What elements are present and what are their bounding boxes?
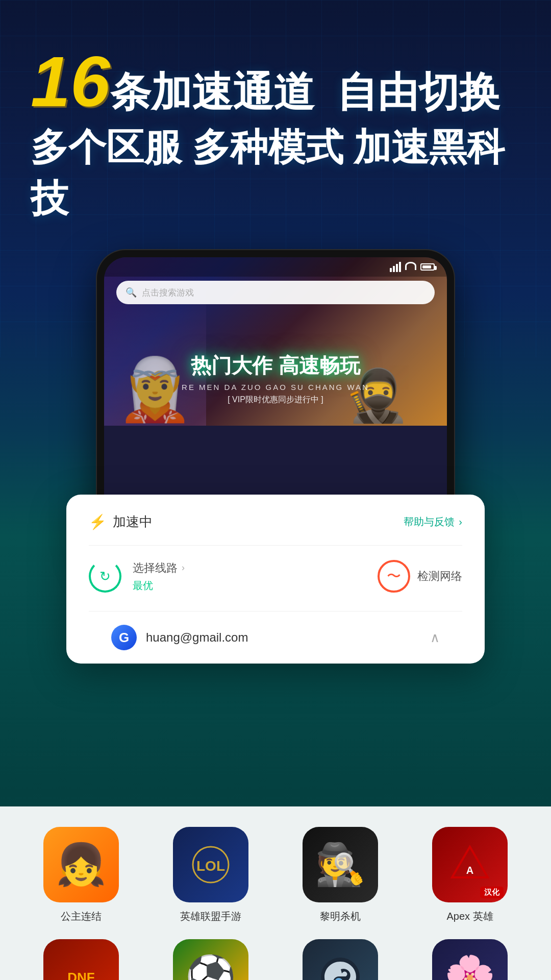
game-icon-lol: LOL	[173, 827, 248, 902]
apex-logo-icon: A	[449, 844, 490, 885]
banner-vip-text: [ VIP限时优惠同步进行中 ]	[155, 395, 396, 405]
chevron-right-icon: ›	[459, 516, 462, 528]
card-body: ↻ 选择线路 › 最优	[89, 546, 462, 611]
arrow-right-icon: ›	[182, 562, 185, 573]
game-item-soccer[interactable]: ⚽ 实况足球	[150, 939, 271, 980]
games-grid: 👧 公主连结 LOL 英雄联盟手游	[20, 827, 531, 980]
network-wave-icon: 〜	[387, 567, 401, 586]
svg-text:DNF: DNF	[67, 970, 94, 980]
game-item-dnf[interactable]: DNF 汉化 地下城与勇士 M	[20, 939, 142, 980]
route-title: 选择线路 ›	[133, 560, 185, 576]
lol-logo-icon: LOL	[190, 844, 231, 885]
game-icon-soccer: ⚽	[173, 939, 248, 980]
wifi-icon	[405, 262, 416, 270]
game-icon-dnf: DNF 汉化	[43, 939, 119, 980]
princess-icon: 👧	[56, 844, 107, 885]
game-label-princess: 公主连结	[61, 910, 102, 923]
help-link[interactable]: 帮助与反馈 ›	[404, 515, 462, 529]
game-item-lol[interactable]: LOL 英雄联盟手游	[150, 827, 271, 923]
game-icon-dawn: 🕵️	[303, 827, 378, 902]
game-item-tianming[interactable]: 🌸 天命之子	[409, 939, 531, 980]
svg-text:A: A	[466, 865, 473, 876]
game-item-steam[interactable]: Steam	[280, 939, 401, 980]
battery-icon	[420, 263, 435, 271]
dawn-icon: 🕵️	[315, 844, 366, 885]
game-item-princess[interactable]: 👧 公主连结	[20, 827, 142, 923]
hero-number: 16	[31, 46, 110, 117]
hero-title-line2: 多个区服 多种模式 加速黑科技	[31, 122, 520, 225]
route-value: 最优	[133, 579, 185, 593]
game-icon-apex: A 汉化	[432, 827, 508, 902]
network-label: 检测网络	[417, 569, 462, 584]
game-label-apex: Apex 英雄	[446, 910, 493, 923]
game-label-lol: 英雄联盟手游	[180, 910, 241, 923]
route-icon: ↻	[89, 560, 121, 593]
soccer-icon: ⚽	[185, 957, 236, 980]
account-info: G huang@gmail.com	[111, 625, 248, 650]
game-item-apex[interactable]: A 汉化 Apex 英雄	[409, 827, 531, 923]
account-chevron-icon: ∧	[430, 630, 440, 646]
accel-status: ⚡ 加速中	[89, 513, 153, 531]
route-info: 选择线路 › 最优	[133, 560, 185, 593]
banner-sub-text: RE MEN DA ZUO GAO SU CHANG WAN	[155, 383, 396, 391]
phone-container: 🔍 点击搜索游戏 🧝 🥷 热门大作 高速畅玩 RE MEN DA ZUO GAO…	[97, 250, 454, 556]
signal-icon	[390, 262, 401, 272]
avatar: G	[111, 625, 137, 650]
steam-logo-icon	[317, 954, 363, 980]
help-label: 帮助与反馈	[404, 515, 455, 529]
game-icon-steam	[303, 939, 378, 980]
tianming-icon: 🌸	[444, 957, 495, 980]
banner-main-text: 热门大作 高速畅玩	[155, 352, 396, 380]
game-icon-tianming: 🌸	[432, 939, 508, 980]
hero-section: 16 条加速通道 自由切换 多个区服 多种模式 加速黑科技	[0, 0, 551, 245]
status-bar	[104, 257, 447, 277]
lightning-icon: ⚡	[89, 513, 107, 530]
search-icon: 🔍	[126, 287, 137, 298]
hanhua-badge-apex: 汉化	[480, 887, 504, 898]
account-email: huang@gmail.com	[146, 630, 248, 645]
hero-title-part1: 条加速通道 自由切换	[110, 72, 500, 113]
games-section: 👧 公主连结 LOL 英雄联盟手游	[0, 806, 551, 980]
network-icon: 〜	[378, 560, 410, 593]
dnf-logo-icon: DNF	[61, 957, 102, 980]
svg-text:LOL: LOL	[196, 858, 225, 874]
game-label-dawn: 黎明杀机	[320, 910, 361, 923]
phone-area: 🔍 点击搜索游戏 🧝 🥷 热门大作 高速畅玩 RE MEN DA ZUO GAO…	[0, 250, 551, 556]
game-item-dawn[interactable]: 🕵️ 黎明杀机	[280, 827, 401, 923]
accel-card: ⚡ 加速中 帮助与反馈 › ↻	[66, 495, 485, 664]
route-section[interactable]: ↻ 选择线路 › 最优	[89, 560, 185, 593]
sync-icon: ↻	[99, 569, 111, 584]
accel-label: 加速中	[113, 513, 153, 531]
network-section[interactable]: 〜 检测网络	[378, 560, 462, 593]
card-header: ⚡ 加速中 帮助与反馈 ›	[89, 513, 462, 546]
search-placeholder: 点击搜索游戏	[142, 287, 194, 299]
game-icon-princess: 👧	[43, 827, 119, 902]
phone-search-bar[interactable]: 🔍 点击搜索游戏	[116, 281, 435, 304]
banner-text: 热门大作 高速畅玩 RE MEN DA ZUO GAO SU CHANG WAN…	[155, 352, 396, 405]
account-bar[interactable]: G huang@gmail.com ∧	[89, 611, 462, 664]
